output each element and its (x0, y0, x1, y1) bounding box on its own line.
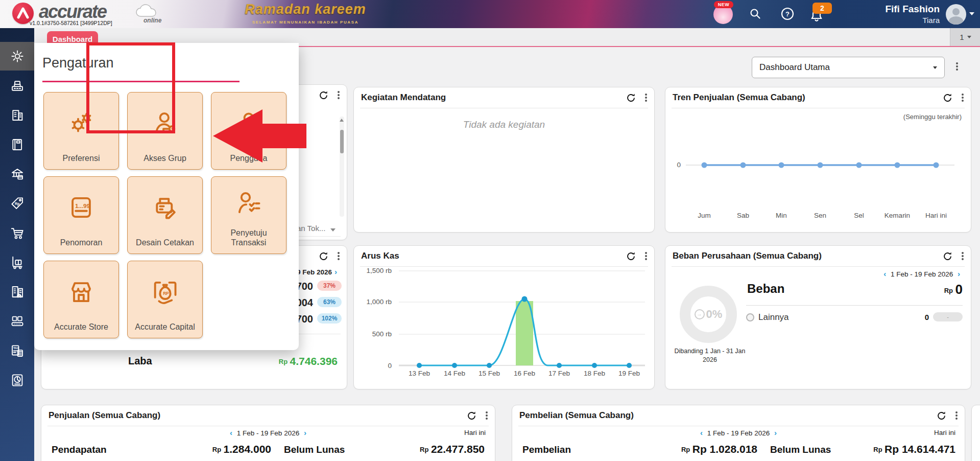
dashboard-options-kebab-icon[interactable] (956, 65, 958, 67)
sidebar-item-settings[interactable] (0, 42, 34, 71)
sidebar-item-inventory[interactable] (0, 248, 34, 277)
metric-value: Rp Rp 1.028.018 (630, 443, 757, 455)
search-icon[interactable] (749, 7, 762, 20)
sidebar-item-ledger[interactable] (0, 130, 34, 159)
date-range-nav[interactable]: ‹ 1 Feb - 19 Feb 2026 › (512, 428, 965, 437)
beban-section-label: Beban (747, 282, 784, 296)
date-range-value: 1 Feb - 19 Feb 2026 (707, 429, 770, 437)
compare-arrow-icon: → (695, 309, 705, 319)
help-icon[interactable]: ? (780, 7, 795, 21)
refresh-icon[interactable] (467, 411, 476, 421)
x-tick: Hari ini (918, 212, 954, 219)
sidebar-item-assets[interactable] (0, 278, 34, 306)
dashboard-selector[interactable]: Dashboard Utama (752, 57, 945, 78)
x-tick: Jum (686, 212, 722, 219)
period-label: Hari ini (934, 429, 955, 436)
refresh-icon[interactable] (943, 251, 952, 261)
kebab-menu-icon[interactable] (645, 97, 647, 99)
card-beban-perusahaan: Beban Perusahaan (Semua Cabang) ‹ 1 Feb … (665, 245, 971, 389)
tile-penomoran[interactable]: 1...99 Penomoran (43, 176, 119, 254)
refresh-icon[interactable] (319, 90, 328, 100)
y-tick: 1,000 rb (358, 298, 392, 306)
card-kegiatan-mendatang: Kegiatan Mendatang Tidak ada kegiatan (353, 87, 655, 233)
kebab-menu-icon[interactable] (645, 255, 647, 257)
metric-label: Pendapatan (52, 444, 107, 455)
sidebar-item-purchases[interactable] (0, 219, 34, 247)
x-tick: Sab (725, 212, 761, 219)
top-bar: accurate online v1.0.1#3750-587261 [3499… (0, 0, 980, 28)
sidebar-item-cashier[interactable] (0, 72, 34, 100)
brand-online-label: online (144, 17, 161, 24)
sidebar-item-company[interactable] (0, 101, 34, 129)
tile-desain-cetakan[interactable]: Desain Cetakan (127, 176, 203, 254)
sidebar-item-tax[interactable]: TAX (0, 337, 34, 365)
chevron-left-icon[interactable]: ‹ (698, 428, 705, 437)
chevron-right-icon[interactable]: › (772, 428, 779, 437)
kebab-menu-icon[interactable] (955, 414, 958, 417)
compare-note: Dibanding 1 Jan - 31 Jan 2026 (668, 347, 751, 364)
kebab-menu-icon[interactable] (338, 255, 340, 257)
date-range-value: 1 Feb - 19 Feb 2026 (237, 429, 299, 437)
metric-label: Belum Lunas (284, 444, 345, 455)
kebab-menu-icon[interactable] (962, 97, 964, 99)
tile-label: Akses Grup (140, 154, 189, 163)
x-tick: 18 Feb (579, 370, 610, 377)
date-range-value: 1 Feb - 19 Feb 2026 (891, 270, 953, 278)
chevron-down-icon (967, 36, 971, 38)
metric-value: Rp 1.284.000 (164, 443, 271, 455)
numbering-icon: 1...99 (66, 177, 96, 238)
dropdown-caret-icon[interactable] (330, 228, 336, 232)
tile-penyetuju-transaksi[interactable]: Penyetuju Transaksi (211, 176, 286, 254)
card-clipped-right (971, 405, 980, 461)
x-tick: 13 Feb (404, 370, 435, 377)
refresh-icon[interactable] (626, 251, 636, 261)
scrollbar[interactable] (340, 117, 344, 217)
chevron-right-icon[interactable]: › (332, 267, 340, 276)
kebab-menu-icon[interactable] (486, 414, 488, 417)
refresh-icon[interactable] (943, 93, 952, 103)
user-menu-chevron-icon[interactable] (969, 12, 974, 15)
donut-percent: 0% (706, 308, 723, 321)
date-range-nav[interactable]: ‹ 1 Feb - 19 Feb 2026 › (41, 428, 495, 437)
x-tick: 16 Feb (509, 370, 540, 377)
truncated-option-label[interactable]: an Tok... (297, 224, 325, 233)
refresh-icon[interactable] (937, 411, 946, 421)
kebab-menu-icon[interactable] (962, 255, 964, 257)
chevron-left-icon[interactable]: ‹ (227, 428, 235, 437)
user-check-icon (234, 177, 264, 228)
refresh-icon[interactable] (319, 251, 328, 261)
chevron-right-icon[interactable]: › (301, 428, 309, 437)
version-text: v1.0.1#3750-587261 [3499P12DP] (30, 20, 112, 26)
date-range-nav[interactable]: ‹ 1 Feb - 19 Feb 2026 › (881, 269, 963, 278)
tile-accurate-capital[interactable]: RP Accurate Capital (127, 261, 203, 338)
new-badge: NEW (714, 1, 733, 8)
card-title: Penjualan (Semua Cabang) (49, 410, 467, 421)
card-penjualan: Penjualan (Semua Cabang) ‹ 1 Feb - 19 Fe… (41, 405, 495, 461)
date-range-nav[interactable]: 9 Feb 2026› (297, 267, 340, 276)
kebab-menu-icon[interactable] (338, 94, 340, 96)
shopping-cart-icon (10, 225, 25, 241)
empty-state-text: Tidak ada kegiatan (354, 119, 654, 130)
legend-pill: - (933, 312, 963, 321)
metric-value: Rp Rp 14.614.471 (812, 443, 955, 455)
tren-penjualan-line-chart (665, 108, 966, 225)
sidebar-item-bank[interactable] (0, 160, 34, 189)
x-tick: 15 Feb (474, 370, 505, 377)
hand-truck-icon (10, 255, 25, 270)
user-avatar[interactable] (946, 4, 966, 25)
sidebar-item-manufacture[interactable] (0, 307, 34, 336)
card-tren-penjualan: Tren Penjualan (Semua Cabang) (Seminggu … (665, 87, 971, 233)
chevron-left-icon[interactable]: ‹ (881, 269, 889, 278)
brand-wordmark: accurate (39, 1, 106, 22)
refresh-icon[interactable] (626, 93, 636, 103)
laba-value: Rp 4.746.396 (225, 355, 338, 367)
window-selector[interactable]: 1 (950, 28, 980, 46)
chevron-right-icon[interactable]: › (955, 269, 963, 278)
tile-accurate-store[interactable]: Accurate Store (43, 261, 119, 338)
period-label: Hari ini (464, 429, 486, 436)
svg-text:1...99: 1...99 (75, 202, 90, 209)
sidebar-item-reports[interactable] (0, 366, 34, 395)
svg-text:?: ? (785, 10, 790, 18)
percent-badge: 102% (317, 313, 342, 324)
sidebar-item-sales-invoice[interactable]: Rp (0, 189, 34, 218)
